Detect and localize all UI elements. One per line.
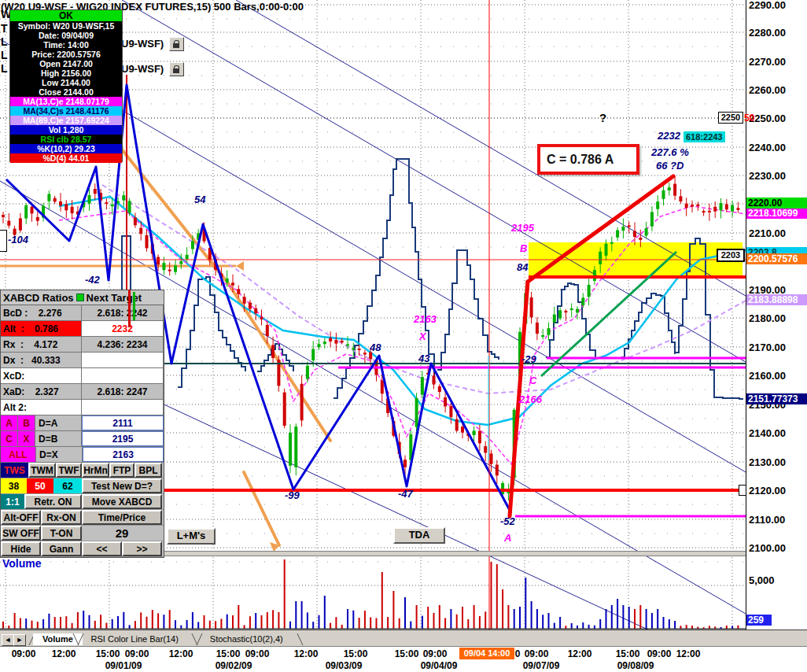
point-toggle-A[interactable]: A <box>1 415 18 430</box>
chart-label-C: C <box>529 375 536 386</box>
panel-button-MoveXABCD[interactable]: Move XABCD <box>82 494 162 509</box>
time-tick-1200: 12:00 <box>169 648 193 659</box>
chart-label-A: A <box>504 532 511 544</box>
xabcd-panel-body: BcD : 2.2762.618: 2242Alt : 0.7862232Rx … <box>1 305 164 557</box>
ratio-row: Dx : 40.333 <box>1 353 164 368</box>
panel-button-[interactable]: << <box>82 541 122 556</box>
panel-button-TWS[interactable]: TWS <box>1 463 28 478</box>
panel-button-row: Alt-OFFRx-ONTime/Price <box>1 510 164 526</box>
xabcd-toggle-row: ABD=A2111 <box>1 415 164 431</box>
d-price-value: 2163 <box>83 447 164 462</box>
ratio-row: XaD: 2.3272.618: 2247 <box>1 384 164 400</box>
panel-button-SWOFF[interactable]: SW OFF <box>1 526 41 541</box>
lock-body-part <box>173 43 179 48</box>
panel-button-TWM[interactable]: TWM <box>28 463 56 478</box>
time-tick-0900: 09:00 <box>423 648 448 659</box>
panel-button-AltOFF[interactable]: Alt-OFF <box>1 510 41 525</box>
ratio-label-cell: Alt : 0.786 <box>1 321 82 336</box>
price-tick-2100.00: 2100.00 <box>749 542 786 554</box>
data-window-row: High 2156.00 <box>10 68 122 78</box>
time-tick-0900: 09:00 <box>12 648 36 659</box>
panel-button-row: 1:1Retr. ONMove XABCD <box>1 494 164 510</box>
panel-button-Gann[interactable]: Gann <box>41 541 82 556</box>
ratio-label-cell: BcD : 2.276 <box>1 305 82 320</box>
data-window-row: RSI clb 28.57 <box>10 135 122 144</box>
price-tick-2210.00: 2210.00 <box>749 227 786 239</box>
d-price-value: 2195 <box>82 431 164 446</box>
lock-icon[interactable] <box>169 37 184 51</box>
data-window-tooltip: OK Symbol: W20 U9-WSF,15Date: 09/04/09Ti… <box>9 9 123 162</box>
ratio-row: Rx : 4.1724.236: 2234 <box>1 337 164 353</box>
panel-button-TWF[interactable]: TWF <box>56 463 82 478</box>
time-tick-0900: 09:00 <box>125 648 149 659</box>
chart-label-52: -52 <box>500 515 515 527</box>
fib-618-target-tag: 618:2243 <box>684 131 725 142</box>
price-tick-2280.00: 2280.00 <box>749 27 786 39</box>
sheet-tab-bar: ◄►VolumeRSI Color Line Bar(14)Stochastic… <box>0 633 807 646</box>
tab-scroll-right-button[interactable]: ► <box>13 634 26 646</box>
chart-label-: ? <box>599 111 606 124</box>
price-axis[interactable]: 2290.002280.002270.002260.002250.002240.… <box>746 0 807 672</box>
time-tick-0900: 09:00 <box>245 648 270 659</box>
panel-button-11[interactable]: 1:1 <box>1 494 24 509</box>
tab-RSIColorLineBar14[interactable]: RSI Color Line Bar(14) <box>82 633 188 645</box>
panel-button-[interactable]: >> <box>122 541 162 556</box>
panel-button-RxON[interactable]: Rx-ON <box>41 510 82 525</box>
crosshair-time-badge: 09/04 14:00 <box>459 648 514 659</box>
volume-axis-label-259: 259 <box>746 615 772 626</box>
panel-button-FTP[interactable]: FTP <box>109 463 134 478</box>
chart-label-X: X <box>419 330 426 342</box>
panel-button-62[interactable]: 62 <box>53 478 82 493</box>
lock-body-part <box>173 68 179 73</box>
price-tick-2160.00: 2160.00 <box>749 370 786 382</box>
data-window-row: MA(89,C)e 2157.69224 <box>10 116 122 125</box>
panel-button-HrMn[interactable]: HrMn <box>82 463 109 478</box>
panel-button-50[interactable]: 50 <box>27 478 53 493</box>
chart-label-29: -29 <box>521 353 536 365</box>
chart-label-43: 43 <box>418 353 429 364</box>
panel-button-29[interactable]: 29 <box>82 526 162 541</box>
panel-button-BPL[interactable]: BPL <box>134 463 162 478</box>
panel-button-TimePrice[interactable]: Time/Price <box>82 510 162 525</box>
lms-button[interactable]: L+M's <box>167 528 216 545</box>
data-window-row: %K(10,2) 29.23 <box>10 144 122 153</box>
ratio-target-cell <box>82 353 164 367</box>
panel-button-Hide[interactable]: Hide <box>1 541 41 556</box>
panel-button-RetrON[interactable]: Retr. ON <box>24 494 82 509</box>
time-tick-0900: 09:00 <box>525 648 549 659</box>
price-marker-2183.88898: 2183.88898 <box>746 294 807 305</box>
panel-button-38[interactable]: 38 <box>1 478 27 493</box>
chart-label-54: 54 <box>194 194 205 205</box>
application-window: (W20 U9-WSF - WIG20 INDEX FUTURES,15) 50… <box>0 0 807 672</box>
panel-button-TestNewD[interactable]: Test New D=? <box>82 478 162 493</box>
tab-scroll-left-button[interactable]: ◄ <box>2 634 14 646</box>
point-toggle-ALL[interactable]: ALL <box>1 447 36 462</box>
candle-over-panel <box>133 292 135 320</box>
tda-button[interactable]: TDA <box>393 527 445 544</box>
chart-label-2276: 227.6 % <box>651 146 689 158</box>
chart-label-48: 48 <box>370 342 381 353</box>
panel-button-row: HideGann<<>> <box>1 541 164 557</box>
tab-Stochastic1024[interactable]: Stochastic(10(2),4) <box>201 633 293 645</box>
chart-label-99: -99 <box>285 489 300 501</box>
chart-label-104: -104 <box>8 234 28 246</box>
xabcd-panel-title: XABCD Ratios <box>3 292 74 304</box>
clipped-letter: L <box>1 49 8 61</box>
time-tick-1200: 12:00 <box>676 648 701 659</box>
panel-button-TON[interactable]: T-ON <box>41 526 82 541</box>
time-axis[interactable]: 09/04 14:00 09:0012:0015:0009:0012:0015:… <box>0 646 807 672</box>
point-toggle-B[interactable]: B <box>18 415 35 430</box>
price-tick-2110.00: 2110.00 <box>749 514 785 526</box>
price-marker-2218.10699: 2218.10699 <box>746 208 807 219</box>
time-tick-1200: 12:00 <box>294 648 319 659</box>
price-tick-2290.00: 2290.00 <box>749 0 786 11</box>
data-window-status: OK <box>10 10 122 21</box>
data-window-row: Vol 1,280 <box>10 125 122 135</box>
d-price-value: 2111 <box>82 415 164 430</box>
point-toggle-X[interactable]: X <box>18 431 35 446</box>
time-tick-1500: 15:00 <box>96 648 120 659</box>
point-toggle-C[interactable]: C <box>1 431 18 446</box>
data-window-row: MA(34,C)s 2148.41176 <box>10 106 122 116</box>
price-tick-2140.00: 2140.00 <box>749 427 786 439</box>
lock-icon[interactable] <box>169 62 184 76</box>
